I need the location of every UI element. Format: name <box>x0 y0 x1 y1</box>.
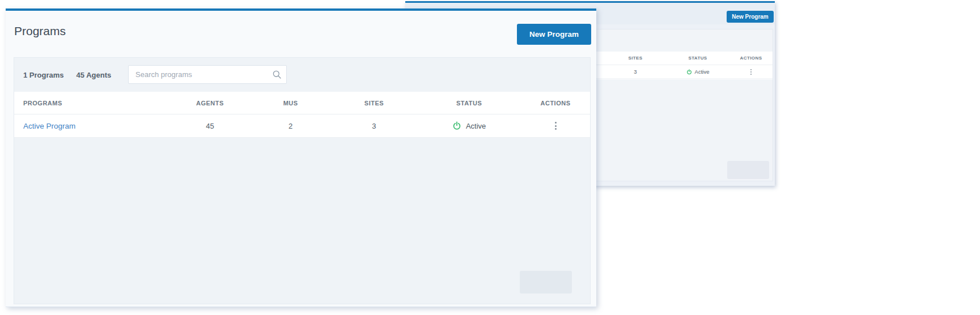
status-cell: Active <box>666 69 729 75</box>
actions-cell <box>521 121 590 130</box>
status-cell: Active <box>417 121 521 130</box>
column-header-programs: PROGRAMS <box>14 100 169 107</box>
agents-cell: 45 <box>169 122 250 130</box>
watermark <box>520 271 572 293</box>
page-title: Programs <box>14 24 66 38</box>
programs-card: 1 Programs 45 Agents PROGRAMS AGENTS MUS <box>14 57 591 304</box>
table-header-row: PROGRAMS AGENTS MUS SITES STATUS ACTIONS <box>14 92 590 114</box>
column-header-actions: ACTIONS <box>729 56 773 61</box>
counts: 1 Programs 45 Agents <box>23 71 111 79</box>
column-header-status: STATUS <box>666 56 729 61</box>
column-header-sites: SITES <box>331 100 417 107</box>
programs-table: PROGRAMS AGENTS MUS SITES STATUS ACTIONS… <box>14 92 590 138</box>
status-label: Active <box>466 122 486 130</box>
new-program-button-small[interactable]: New Program <box>727 11 774 23</box>
column-header-agents: AGENTS <box>169 100 250 107</box>
table-row: Active Program 45 2 3 Active <box>14 114 590 138</box>
row-actions-menu[interactable] <box>750 69 752 75</box>
search-icon <box>272 70 282 79</box>
power-icon <box>686 69 692 75</box>
column-header-status: STATUS <box>417 100 521 107</box>
column-header-mus: MUS <box>251 100 331 107</box>
status-label: Active <box>695 69 710 75</box>
actions-cell <box>729 69 773 75</box>
page: New Program SITES STATUS ACTIONS 3 <box>0 0 980 315</box>
mus-cell: 2 <box>251 122 331 130</box>
power-icon <box>452 121 461 130</box>
search-box <box>128 65 287 84</box>
new-program-button[interactable]: New Program <box>517 24 591 45</box>
column-header-actions: ACTIONS <box>521 100 590 107</box>
search-input[interactable] <box>128 65 287 84</box>
row-actions-menu[interactable] <box>555 121 557 130</box>
column-header-sites: SITES <box>605 56 666 61</box>
programs-count: 1 Programs <box>23 71 64 79</box>
watermark <box>727 161 769 179</box>
agents-count: 45 Agents <box>77 71 112 79</box>
sites-cell: 3 <box>605 69 666 75</box>
program-name-link[interactable]: Active Program <box>23 122 75 130</box>
programs-panel: Programs New Program 1 Programs 45 Agent… <box>6 8 596 307</box>
programs-toolbar: 1 Programs 45 Agents <box>14 58 590 92</box>
sites-cell: 3 <box>331 122 417 130</box>
